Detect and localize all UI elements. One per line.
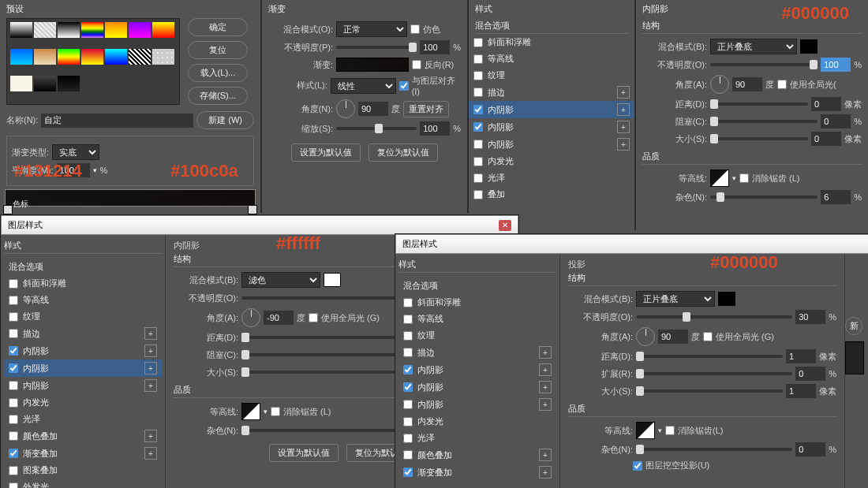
- style-checkbox[interactable]: [473, 71, 483, 80]
- style-item[interactable]: 斜面和浮雕: [469, 34, 634, 50]
- style-item[interactable]: 内阴影+: [4, 377, 162, 394]
- blend-mode-select[interactable]: 正常: [336, 21, 407, 37]
- style-checkbox[interactable]: [473, 38, 483, 47]
- blend-mode-select[interactable]: 正片叠底: [636, 291, 715, 307]
- opacity-slider[interactable]: [636, 315, 792, 319]
- style-item[interactable]: 光泽: [469, 169, 634, 186]
- style-checkbox[interactable]: [9, 466, 18, 475]
- style-item[interactable]: 斜面和浮雕: [4, 275, 162, 292]
- blend-options[interactable]: 混合选项: [398, 278, 556, 294]
- angle-input[interactable]: [358, 102, 388, 116]
- style-checkbox[interactable]: [473, 122, 483, 132]
- style-item[interactable]: 渐变叠加+: [4, 445, 162, 462]
- style-item[interactable]: 内阴影+: [469, 136, 634, 153]
- style-checkbox[interactable]: [403, 348, 413, 357]
- style-item[interactable]: 内阴影+: [398, 361, 556, 378]
- window-titlebar[interactable]: 图层样式✕: [1, 215, 518, 235]
- style-checkbox[interactable]: [9, 312, 18, 322]
- style-checkbox[interactable]: [473, 157, 483, 166]
- blend-options[interactable]: 混合选项: [4, 259, 162, 275]
- style-item[interactable]: 叠加: [469, 186, 634, 203]
- gradient-preset-grid[interactable]: [6, 18, 180, 105]
- new-button[interactable]: 新建 (W): [196, 111, 254, 129]
- add-effect-icon[interactable]: +: [539, 449, 552, 461]
- contour-picker[interactable]: [636, 422, 655, 439]
- color-swatch[interactable]: [718, 292, 735, 306]
- style-checkbox[interactable]: [403, 298, 413, 307]
- style-checkbox[interactable]: [9, 363, 18, 373]
- style-checkbox[interactable]: [9, 346, 18, 356]
- style-checkbox[interactable]: [9, 296, 18, 305]
- style-item[interactable]: 外发光: [4, 479, 162, 488]
- choke-input[interactable]: [821, 114, 851, 129]
- style-checkbox[interactable]: [9, 329, 18, 338]
- add-effect-icon[interactable]: +: [144, 430, 157, 442]
- style-item[interactable]: 纹理: [4, 308, 162, 325]
- window-titlebar[interactable]: 图层样式: [395, 234, 868, 254]
- style-checkbox[interactable]: [403, 331, 413, 341]
- style-item[interactable]: 光泽: [4, 411, 162, 427]
- style-item[interactable]: 内阴影+: [469, 118, 634, 136]
- style-item[interactable]: 颜色叠加+: [4, 427, 162, 445]
- style-item[interactable]: 描边+: [398, 344, 556, 361]
- size-input[interactable]: [811, 132, 841, 146]
- style-checkbox[interactable]: [473, 54, 483, 64]
- style-checkbox[interactable]: [403, 400, 413, 409]
- add-effect-icon[interactable]: +: [144, 362, 157, 374]
- style-checkbox[interactable]: [403, 468, 413, 477]
- size-slider[interactable]: [636, 389, 783, 393]
- antialias-checkbox[interactable]: [739, 173, 749, 183]
- style-checkbox[interactable]: [473, 88, 483, 97]
- style-checkbox[interactable]: [9, 482, 18, 489]
- opacity-input[interactable]: [795, 310, 825, 324]
- opacity-slider[interactable]: [336, 46, 417, 49]
- add-effect-icon[interactable]: +: [617, 103, 630, 116]
- size-input[interactable]: [786, 384, 816, 398]
- distance-input[interactable]: [786, 349, 816, 363]
- style-item[interactable]: 斜面和浮雕: [398, 294, 556, 311]
- add-effect-icon[interactable]: +: [617, 121, 630, 133]
- style-item[interactable]: 等高线: [469, 50, 634, 67]
- add-effect-icon[interactable]: +: [539, 363, 552, 376]
- name-input[interactable]: [41, 114, 193, 128]
- style-item[interactable]: 内发光: [398, 413, 556, 430]
- reset-align-button[interactable]: 重置对齐: [403, 101, 449, 117]
- style-checkbox[interactable]: [9, 431, 18, 441]
- style-item[interactable]: 等高线: [4, 292, 162, 308]
- add-effect-icon[interactable]: +: [539, 466, 552, 479]
- style-checkbox[interactable]: [403, 382, 413, 392]
- gradient-bar[interactable]: [5, 189, 256, 207]
- load-button[interactable]: 载入(L)...: [188, 64, 248, 82]
- knockout-checkbox[interactable]: [633, 461, 642, 471]
- opacity-input[interactable]: [420, 40, 450, 54]
- align-checkbox[interactable]: [399, 81, 409, 91]
- style-item[interactable]: 纹理: [469, 67, 634, 84]
- style-checkbox[interactable]: [9, 398, 18, 408]
- style-item[interactable]: 纹理: [398, 327, 556, 344]
- style-checkbox[interactable]: [473, 105, 483, 114]
- color-swatch[interactable]: [800, 39, 817, 54]
- gradient-preview[interactable]: [336, 58, 409, 72]
- reset-button[interactable]: 复位: [188, 41, 248, 59]
- add-effect-icon[interactable]: +: [617, 138, 630, 151]
- style-checkbox[interactable]: [403, 315, 413, 324]
- add-effect-icon[interactable]: +: [617, 86, 630, 99]
- global-light-checkbox[interactable]: [777, 80, 787, 89]
- distance-slider[interactable]: [636, 355, 783, 358]
- style-select[interactable]: 线性: [331, 78, 396, 94]
- distance-slider[interactable]: [710, 102, 808, 106]
- distance-input[interactable]: [811, 97, 841, 111]
- choke-slider[interactable]: [710, 120, 817, 123]
- add-effect-icon[interactable]: +: [144, 379, 157, 392]
- add-effect-icon[interactable]: +: [539, 346, 552, 359]
- style-item[interactable]: 内阴影+: [398, 396, 556, 413]
- angle-input[interactable]: [658, 330, 688, 344]
- style-checkbox[interactable]: [473, 190, 483, 199]
- contour-picker[interactable]: [710, 169, 729, 187]
- set-default-button[interactable]: 设置为默认值: [291, 143, 361, 162]
- noise-input[interactable]: [821, 190, 851, 204]
- add-effect-icon[interactable]: +: [144, 447, 157, 460]
- blend-options[interactable]: 混合选项: [475, 18, 628, 34]
- style-checkbox[interactable]: [403, 365, 413, 374]
- noise-input[interactable]: [795, 442, 825, 456]
